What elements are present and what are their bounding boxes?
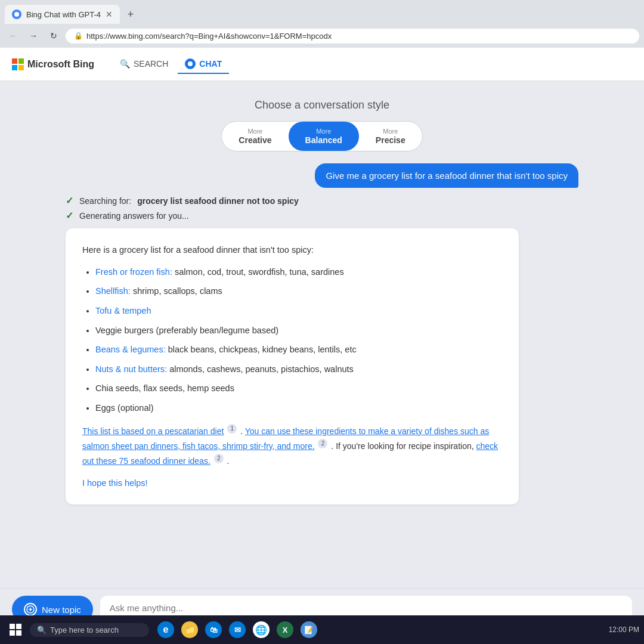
app-header: Microsoft Bing 🔍 SEARCH CHAT	[0, 48, 644, 81]
nav-tabs: 🔍 SEARCH CHAT	[112, 55, 229, 74]
browser-tab[interactable]: Bing Chat with GPT-4 ✕	[5, 5, 120, 24]
list-item: Nuts & nut butters: almonds, cashews, pe…	[95, 362, 502, 377]
list-item: Beans & legumes: black beans, chickpeas,…	[95, 342, 502, 357]
taskbar-app-excel[interactable]: X	[274, 619, 296, 640]
style-balanced-button[interactable]: More Balanced	[289, 122, 359, 151]
ai-response-card: Here is a grocery list for a seafood din…	[66, 228, 519, 504]
taskbar-apps: e 📁 🛍 ✉ 🌐 X 📝	[155, 619, 320, 640]
taskbar-app-chrome[interactable]: 🌐	[250, 619, 272, 640]
taskbar-app-edge[interactable]: e	[155, 619, 177, 640]
item-category: Shellfish:	[95, 286, 131, 296]
taskbar-app-store[interactable]: 🛍	[203, 619, 224, 640]
item-category: Beans & legumes:	[95, 345, 166, 354]
balanced-small-label: More	[316, 128, 331, 135]
style-creative-button[interactable]: More Creative	[222, 122, 288, 151]
style-buttons-group: More Creative More Balanced More Precise	[221, 121, 422, 151]
creative-main-label: Creative	[239, 135, 271, 145]
list-item: Chia seeds, flax seeds, hemp seeds	[95, 381, 502, 396]
list-item: Fresh or frozen fish: salmon, cod, trout…	[95, 265, 502, 280]
logo-text: Microsoft Bing	[27, 59, 94, 70]
store-icon: 🛍	[205, 621, 222, 638]
status-generating: ✓ Generating answers for you...	[66, 210, 299, 221]
windows-logo	[10, 624, 21, 636]
balanced-main-label: Balanced	[305, 135, 342, 145]
user-message-text: Give me a grocery list for a seafood din…	[326, 171, 568, 181]
status-lines: ✓ Searching for: grocery list seafood di…	[66, 195, 299, 221]
forward-button[interactable]: →	[25, 27, 42, 44]
app-body: Choose a conversation style More Creativ…	[0, 81, 644, 644]
search-keyword: grocery list seafood dinner not too spic…	[137, 196, 299, 206]
footnote-num-1: 1	[227, 424, 237, 434]
new-topic-icon	[24, 603, 37, 616]
ask-input[interactable]	[110, 603, 623, 613]
conversation-style-section: Choose a conversation style More Creativ…	[221, 99, 422, 151]
list-item: Shellfish: shrimp, scallops, clams	[95, 284, 502, 299]
svg-point-1	[188, 61, 193, 66]
item-category: Nuts & nut butters:	[95, 364, 167, 374]
footnote-num-2: 2	[318, 439, 327, 448]
precise-small-label: More	[383, 128, 398, 135]
conversation-style-title: Choose a conversation style	[221, 99, 422, 112]
search-icon: 🔍	[119, 58, 130, 69]
creative-small-label: More	[247, 128, 262, 135]
precise-main-label: Precise	[376, 135, 405, 145]
taskbar: 🔍 Type here to search e 📁 🛍 ✉ 🌐 X 📝 12:0…	[0, 615, 644, 644]
closing-text: I hope this helps!	[82, 476, 502, 491]
item-detail: Chia seeds, flax seeds, hemp seeds	[95, 383, 234, 393]
grocery-list: Fresh or frozen fish: salmon, cod, trout…	[82, 265, 502, 416]
taskbar-time: 12:00 PM	[609, 626, 639, 634]
back-button[interactable]: ←	[5, 27, 21, 44]
tab-chat[interactable]: CHAT	[178, 55, 229, 74]
check-icon-2: ✓	[66, 210, 73, 221]
item-detail: black beans, chickpeas, kidney beans, le…	[168, 345, 357, 354]
chat-tab-label: CHAT	[199, 59, 222, 69]
item-category: Fresh or frozen fish:	[95, 267, 172, 277]
tab-favicon	[12, 10, 21, 19]
style-precise-button[interactable]: More Precise	[359, 122, 422, 151]
new-tab-button[interactable]: +	[122, 6, 139, 23]
footnote-para-1: This list is based on a pescatarian diet…	[82, 424, 502, 469]
item-detail: Veggie burgers (preferably bean/legume b…	[95, 326, 278, 335]
refresh-button[interactable]: ↻	[45, 27, 62, 44]
item-category: Tofu & tempeh	[95, 306, 151, 315]
search-tab-label: SEARCH	[134, 59, 168, 69]
address-bar[interactable]: 🔒 https://www.bing.com/search?q=Bing+AI&…	[66, 29, 639, 44]
footnote-plain: If you're looking for recipe inspiration…	[336, 441, 476, 451]
new-topic-label: New topic	[42, 605, 81, 615]
generating-label: Generating answers for you...	[79, 211, 189, 221]
svg-point-0	[14, 12, 19, 17]
user-message-bubble: Give me a grocery list for a seafood din…	[315, 163, 578, 188]
excel-icon: X	[277, 621, 293, 638]
list-item: Veggie burgers (preferably bean/legume b…	[95, 323, 502, 338]
list-item: Tofu & tempeh	[95, 304, 502, 318]
footnote-num-3: 2	[214, 454, 224, 463]
chat-icon	[185, 58, 196, 69]
taskbar-search-text: Type here to search	[50, 626, 119, 634]
taskbar-search[interactable]: 🔍 Type here to search	[30, 623, 149, 637]
mail-icon: ✉	[229, 621, 246, 638]
logo-area: Microsoft Bing	[12, 58, 94, 70]
taskbar-app-files[interactable]: 📁	[179, 619, 200, 640]
tab-close-button[interactable]: ✕	[106, 10, 113, 19]
lock-icon: 🔒	[74, 32, 83, 40]
item-detail: salmon, cod, trout, swordfish, tuna, sar…	[175, 267, 344, 277]
item-detail: Eggs (optional)	[95, 403, 154, 413]
tab-title: Bing Chat with GPT-4	[26, 10, 101, 19]
check-icon-1: ✓	[66, 195, 73, 206]
microsoft-logo	[12, 58, 24, 70]
tab-search[interactable]: 🔍 SEARCH	[112, 55, 175, 74]
edge-icon: e	[157, 621, 174, 638]
searching-label: Searching for:	[79, 196, 131, 206]
content-area: Choose a conversation style More Creativ…	[0, 81, 644, 588]
notes-icon: 📝	[301, 621, 317, 638]
taskbar-app-notes[interactable]: 📝	[298, 619, 320, 640]
taskbar-right: 12:00 PM	[609, 626, 639, 634]
start-button[interactable]	[5, 619, 26, 640]
item-detail: shrimp, scallops, clams	[133, 286, 222, 296]
footnote-link-1[interactable]: This list is based on a pescatarian diet	[82, 426, 224, 436]
url-text: https://www.bing.com/search?q=Bing+AI&sh…	[86, 32, 332, 41]
response-intro: Here is a grocery list for a seafood din…	[82, 243, 502, 258]
taskbar-app-mail[interactable]: ✉	[227, 619, 248, 640]
item-detail: almonds, cashews, peanuts, pistachios, w…	[169, 364, 354, 374]
list-item: Eggs (optional)	[95, 401, 502, 416]
